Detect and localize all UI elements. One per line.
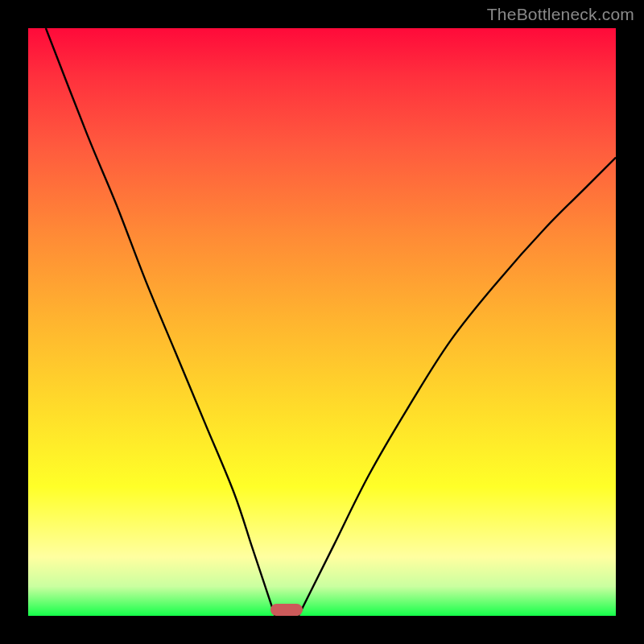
curve-right-branch xyxy=(299,158,616,616)
bottleneck-curve xyxy=(28,28,616,616)
plot-area xyxy=(28,28,616,616)
optimal-point-marker xyxy=(270,604,303,616)
chart-frame: TheBottleneck.com xyxy=(0,0,644,644)
watermark-text: TheBottleneck.com xyxy=(487,5,634,24)
curve-left-branch xyxy=(46,28,275,616)
